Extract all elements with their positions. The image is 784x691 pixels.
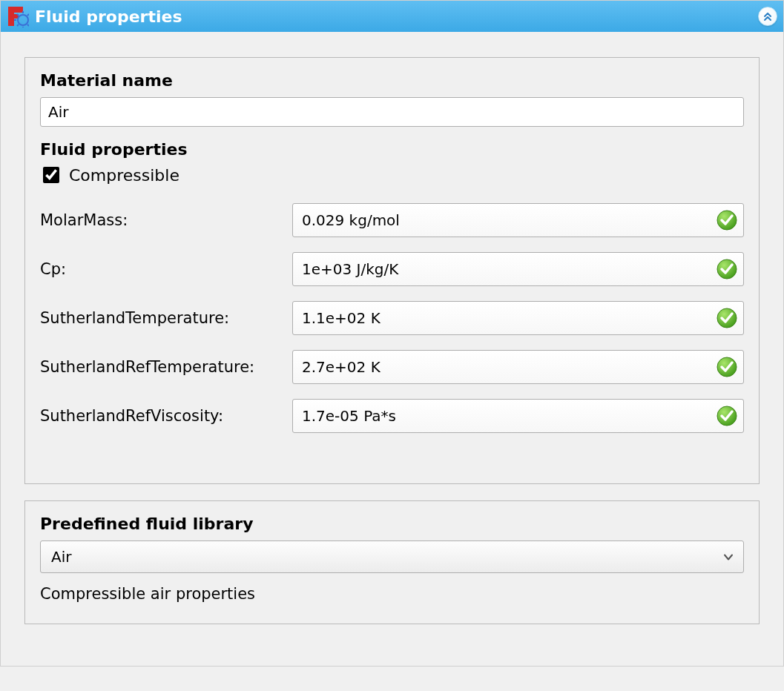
property-label: SutherlandRefViscosity: (40, 407, 292, 425)
molarmass-input[interactable] (292, 203, 744, 237)
property-label: SutherlandTemperature: (40, 309, 292, 327)
svg-line-8 (27, 14, 29, 16)
predefined-library-group: Predefined fluid library Air Compressibl… (24, 500, 760, 624)
compressible-checkbox[interactable] (43, 167, 59, 183)
chevron-up-double-icon (762, 11, 773, 22)
predefined-library-heading: Predefined fluid library (40, 515, 744, 533)
property-row-sutherland-temp: SutherlandTemperature: (40, 301, 744, 335)
property-row-cp: Cp: (40, 252, 744, 286)
sutherland-temperature-input[interactable] (292, 301, 744, 335)
sutherland-ref-temperature-input[interactable] (292, 350, 744, 384)
property-label: Cp: (40, 260, 292, 278)
property-row-sutherland-ref-temp: SutherlandRefTemperature: (40, 350, 744, 384)
svg-line-10 (27, 24, 29, 26)
freecad-app-icon (7, 5, 29, 27)
panel-title: Fluid properties (35, 7, 758, 26)
property-row-molarmass: MolarMass: (40, 203, 744, 237)
fluid-properties-panel: Fluid properties Material name Fluid pro… (0, 0, 784, 667)
svg-line-9 (17, 24, 19, 26)
property-label: SutherlandRefTemperature: (40, 358, 292, 376)
sutherland-ref-viscosity-input[interactable] (292, 399, 744, 433)
svg-rect-1 (8, 7, 23, 13)
property-row-sutherland-ref-visc: SutherlandRefViscosity: (40, 399, 744, 433)
compressible-label[interactable]: Compressible (69, 166, 179, 185)
panel-header: Fluid properties (1, 1, 783, 32)
cp-input[interactable] (292, 252, 744, 286)
fluid-properties-heading: Fluid properties (40, 140, 744, 159)
svg-line-11 (17, 14, 19, 16)
svg-point-3 (18, 15, 28, 25)
predefined-fluid-description: Compressible air properties (40, 585, 744, 603)
material-group: Material name Fluid properties Compressi… (24, 57, 760, 484)
property-label: MolarMass: (40, 211, 292, 229)
material-name-label: Material name (40, 71, 744, 90)
predefined-fluid-select[interactable]: Air (40, 540, 744, 573)
panel-body: Material name Fluid properties Compressi… (1, 32, 783, 666)
material-name-input[interactable] (40, 97, 744, 127)
collapse-button[interactable] (758, 7, 777, 26)
